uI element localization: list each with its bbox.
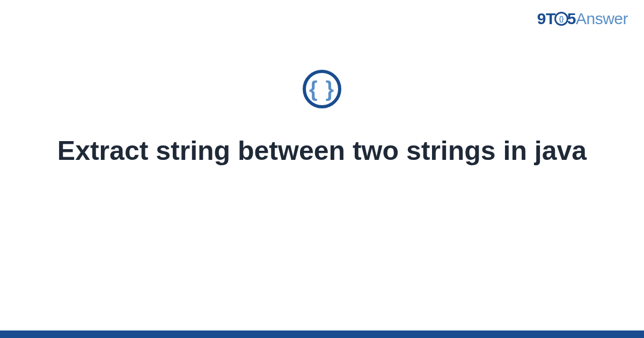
site-logo: 9T5Answer — [537, 10, 628, 28]
logo-part-9: 9 — [537, 10, 546, 27]
logo-part-5: 5 — [567, 10, 576, 27]
page-title: Extract string between two strings in ja… — [0, 134, 644, 168]
code-braces-icon: { } — [303, 70, 341, 108]
logo-zero-icon — [554, 12, 568, 26]
logo-part-answer: Answer — [576, 10, 628, 27]
footer-accent-bar — [0, 330, 644, 338]
main-content: { } Extract string between two strings i… — [0, 70, 644, 168]
braces-glyph: { } — [309, 78, 335, 100]
